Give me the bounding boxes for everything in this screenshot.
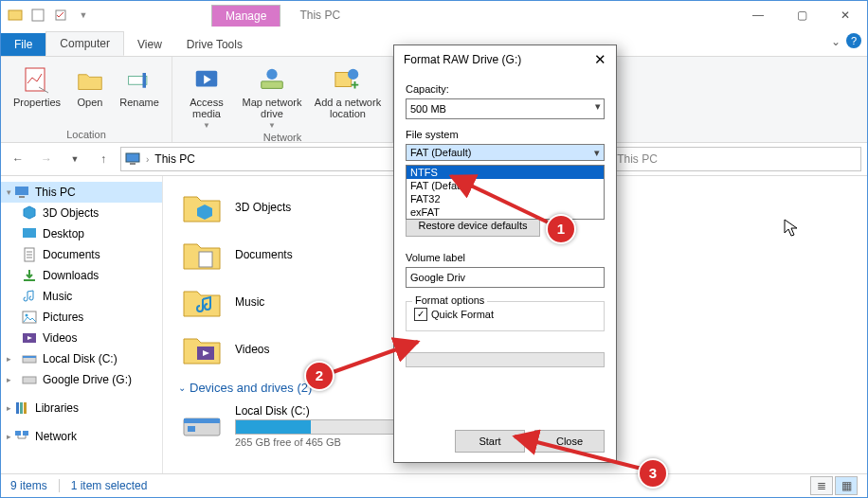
tree-3d-objects[interactable]: 3D Objects <box>1 203 162 223</box>
item-label: Videos <box>235 343 269 356</box>
pc-icon <box>125 151 140 167</box>
tree-documents[interactable]: Documents <box>1 244 162 265</box>
dialog-title: Format RAW Drive (G:) <box>404 53 521 66</box>
qat-item[interactable] <box>27 5 48 26</box>
close-button[interactable]: ✕ <box>823 1 867 29</box>
ribbon-collapse-icon[interactable]: ⌄ <box>831 35 841 48</box>
tree-label: Desktop <box>43 227 84 240</box>
filesystem-option-fat[interactable]: FAT (Default) <box>407 179 604 192</box>
tree-label: Downloads <box>43 269 99 282</box>
svg-rect-0 <box>9 10 22 20</box>
tree-google-drive[interactable]: ▸Google Drive (G:) <box>1 369 162 390</box>
volume-label-value: Google Driv <box>410 272 465 283</box>
add-network-button[interactable]: Add a network location <box>311 61 385 119</box>
filesystem-option-ntfs[interactable]: NTFS <box>407 166 604 179</box>
svg-rect-13 <box>126 153 139 162</box>
status-selected-count: 1 item selected <box>71 479 148 492</box>
access-media-button[interactable]: Access media▼ <box>180 61 233 130</box>
tab-view[interactable]: View <box>124 33 175 56</box>
tree-label: Google Drive (G:) <box>43 373 132 386</box>
tree-network[interactable]: ▸Network <box>1 426 162 447</box>
tab-computer[interactable]: Computer <box>45 31 124 56</box>
back-button[interactable]: ← <box>7 148 29 170</box>
svg-point-8 <box>266 69 277 80</box>
tree-label: Local Disk (C:) <box>43 352 118 365</box>
tree-pictures[interactable]: Pictures <box>1 307 162 328</box>
svg-rect-15 <box>15 187 28 195</box>
drive-name: Local Disk (C:) <box>235 404 407 418</box>
svg-point-10 <box>348 69 358 80</box>
window-title: This PC <box>299 9 340 22</box>
quick-format-checkbox[interactable]: ✓ Quick Format <box>414 308 596 321</box>
tree-label: Documents <box>43 248 100 261</box>
svg-rect-35 <box>188 426 195 432</box>
titlebar: ▼ Manage This PC — ▢ ✕ <box>1 1 867 29</box>
group-label: Network <box>180 130 385 143</box>
capacity-label: Capacity: <box>406 83 605 95</box>
dialog-close-button[interactable]: ✕ <box>594 51 606 68</box>
view-tiles-button[interactable]: ▦ <box>835 476 858 495</box>
svg-rect-31 <box>199 252 212 267</box>
map-network-label: Map network drive <box>237 97 307 119</box>
recent-locations-button[interactable]: ▼ <box>63 148 86 170</box>
forward-button[interactable]: → <box>35 148 58 170</box>
chevron-down-icon: ▾ <box>594 147 600 159</box>
minimize-button[interactable]: — <box>736 1 780 29</box>
tree-libraries[interactable]: ▸Libraries <box>1 398 162 418</box>
explorer-window: ▼ Manage This PC — ▢ ✕ File Computer Vie… <box>0 0 868 498</box>
capacity-value: 500 MB <box>410 103 446 115</box>
svg-rect-5 <box>143 73 147 88</box>
volume-label-input[interactable]: Google Driv <box>406 267 605 288</box>
qat-item[interactable] <box>50 5 71 26</box>
dialog-titlebar: Format RAW Drive (G:) ✕ <box>394 45 616 74</box>
tab-file[interactable]: File <box>1 33 45 56</box>
tree-videos[interactable]: Videos <box>1 328 162 348</box>
properties-label: Properties <box>13 97 61 108</box>
map-network-button[interactable]: Map network drive▼ <box>237 61 307 130</box>
open-button[interactable]: Open <box>69 61 111 108</box>
qat-dropdown[interactable]: ▼ <box>73 5 94 26</box>
properties-button[interactable]: Properties <box>9 61 65 108</box>
drive-capacity-bar <box>235 419 407 435</box>
tree-downloads[interactable]: Downloads <box>1 265 162 286</box>
filesystem-select[interactable]: FAT (Default) ▾ NTFS FAT (Default) FAT32… <box>406 144 605 161</box>
add-network-label: Add a network location <box>311 97 385 119</box>
tree-desktop[interactable]: Desktop <box>1 223 162 244</box>
address-segment[interactable]: This PC <box>154 152 195 166</box>
tree-local-disk[interactable]: ▸Local Disk (C:) <box>1 348 162 369</box>
view-details-button[interactable]: ≣ <box>810 476 833 495</box>
tree-label: Videos <box>43 331 77 345</box>
rename-button[interactable]: Rename <box>115 61 164 108</box>
format-progress-bar <box>406 352 605 367</box>
tree-label: Network <box>35 430 77 443</box>
svg-rect-1 <box>32 9 44 21</box>
filesystem-selected: FAT (Default) <box>407 145 604 160</box>
group-label: Location <box>9 127 164 140</box>
filesystem-dropdown: NTFS FAT (Default) FAT32 exFAT <box>406 165 605 220</box>
close-button[interactable]: Close <box>534 430 605 453</box>
navigation-tree: ▾This PC 3D Objects Desktop Documents Do… <box>1 176 163 477</box>
up-button[interactable]: ↑ <box>92 148 115 170</box>
tree-label: This PC <box>35 186 76 199</box>
tab-drive-tools[interactable]: Drive Tools <box>175 33 254 56</box>
manage-tab-header: Manage <box>211 5 280 27</box>
quick-access-toolbar: ▼ <box>1 5 98 26</box>
drive-free-space: 265 GB free of 465 GB <box>235 436 407 448</box>
format-options-caption: Format options <box>412 294 487 306</box>
capacity-select[interactable]: 500 MB <box>406 98 605 119</box>
quick-format-label: Quick Format <box>431 309 494 320</box>
app-icon <box>5 5 26 26</box>
filesystem-label: File system <box>406 129 605 140</box>
tree-this-pc[interactable]: ▾This PC <box>1 182 162 203</box>
filesystem-option-exfat[interactable]: exFAT <box>407 205 604 219</box>
tree-label: Music <box>43 290 72 303</box>
window-controls: — ▢ ✕ <box>736 1 867 29</box>
tree-music[interactable]: Music <box>1 286 162 307</box>
svg-rect-26 <box>16 402 19 414</box>
filesystem-option-fat32[interactable]: FAT32 <box>407 192 604 205</box>
svg-rect-34 <box>184 418 220 423</box>
help-icon[interactable]: ? <box>846 33 861 48</box>
maximize-button[interactable]: ▢ <box>780 1 823 29</box>
svg-point-21 <box>26 314 28 317</box>
start-button[interactable]: Start <box>455 430 525 453</box>
